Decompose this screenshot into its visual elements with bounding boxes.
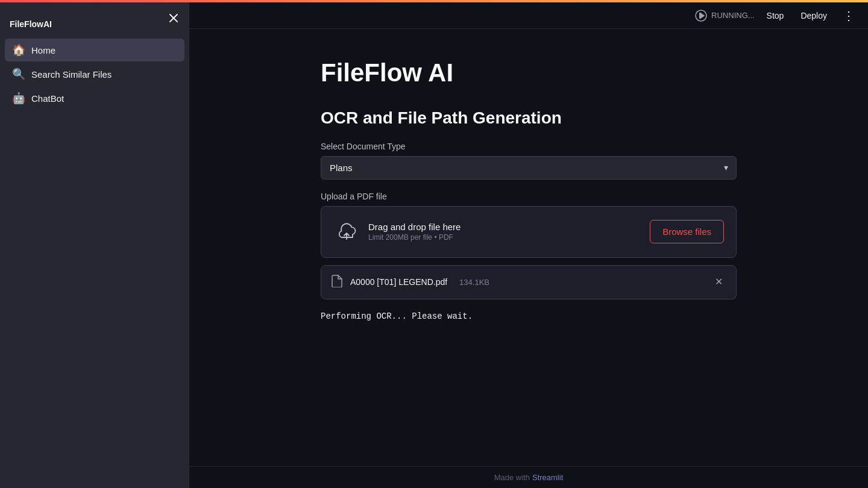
document-type-select[interactable]: Plans Reports Drawings Specifications (321, 156, 737, 180)
deploy-button[interactable]: Deploy (796, 8, 832, 23)
sidebar-item-chatbot[interactable]: 🤖 ChatBot (5, 87, 184, 110)
drop-zone-text: Drag and drop file here Limit 200MB per … (368, 222, 461, 242)
footer: Made with Streamlit (189, 466, 868, 488)
home-icon: 🏠 (12, 43, 25, 57)
sidebar-item-search[interactable]: 🔍 Search Similar Files (5, 63, 184, 86)
sidebar-item-chatbot-label: ChatBot (31, 93, 64, 104)
drag-drop-subtext: Limit 200MB per file • PDF (368, 233, 461, 242)
file-name: A0000 [T01] LEGEND.pdf (350, 277, 447, 287)
chatbot-icon: 🤖 (12, 92, 25, 105)
browse-files-button[interactable]: Browse files (650, 220, 724, 243)
upload-icon-circle (333, 219, 360, 245)
sidebar-item-search-label: Search Similar Files (31, 69, 112, 80)
stop-button[interactable]: Stop (762, 8, 789, 23)
sidebar-close-button[interactable] (165, 10, 182, 27)
sidebar-item-home[interactable]: 🏠 Home (5, 39, 184, 61)
file-item: A0000 [T01] LEGEND.pdf 134.1KB ✕ (321, 265, 737, 299)
content-area: FileFlow AI OCR and File Path Generation… (189, 29, 868, 466)
cloud-upload-icon (336, 221, 357, 243)
document-type-label: Select Document Type (321, 142, 737, 151)
file-size: 134.1KB (459, 278, 489, 287)
file-remove-button[interactable]: ✕ (711, 276, 726, 288)
sidebar-nav: 🏠 Home 🔍 Search Similar Files 🤖 ChatBot (0, 39, 189, 110)
file-icon (331, 274, 343, 290)
running-label: RUNNING... (711, 11, 755, 20)
drop-zone[interactable]: Drag and drop file here Limit 200MB per … (321, 206, 737, 258)
search-icon: 🔍 (12, 67, 25, 81)
running-status: RUNNING... (694, 9, 755, 22)
sidebar: FileFlowAI 🏠 Home 🔍 Search Similar Files… (0, 2, 189, 488)
header-bar: RUNNING... Stop Deploy ⋮ (189, 2, 868, 29)
more-options-button[interactable]: ⋮ (839, 7, 858, 24)
page-title: FileFlow AI (321, 58, 737, 88)
running-icon (694, 9, 708, 22)
footer-streamlit-link[interactable]: Streamlit (532, 473, 563, 482)
sidebar-app-title: FileFlowAI (0, 14, 189, 39)
footer-made-with: Made with (494, 473, 530, 482)
main-panel: RUNNING... Stop Deploy ⋮ FileFlow AI OCR… (189, 2, 868, 488)
sidebar-item-home-label: Home (31, 45, 55, 55)
upload-label: Upload a PDF file (321, 192, 737, 201)
drop-zone-content: Drag and drop file here Limit 200MB per … (333, 219, 461, 245)
file-item-left: A0000 [T01] LEGEND.pdf 134.1KB (331, 274, 489, 290)
document-type-wrapper: Plans Reports Drawings Specifications ▾ (321, 156, 737, 180)
drag-drop-text: Drag and drop file here (368, 222, 461, 232)
status-text: Performing OCR... Please wait. (321, 311, 737, 321)
section-title: OCR and File Path Generation (321, 107, 737, 129)
